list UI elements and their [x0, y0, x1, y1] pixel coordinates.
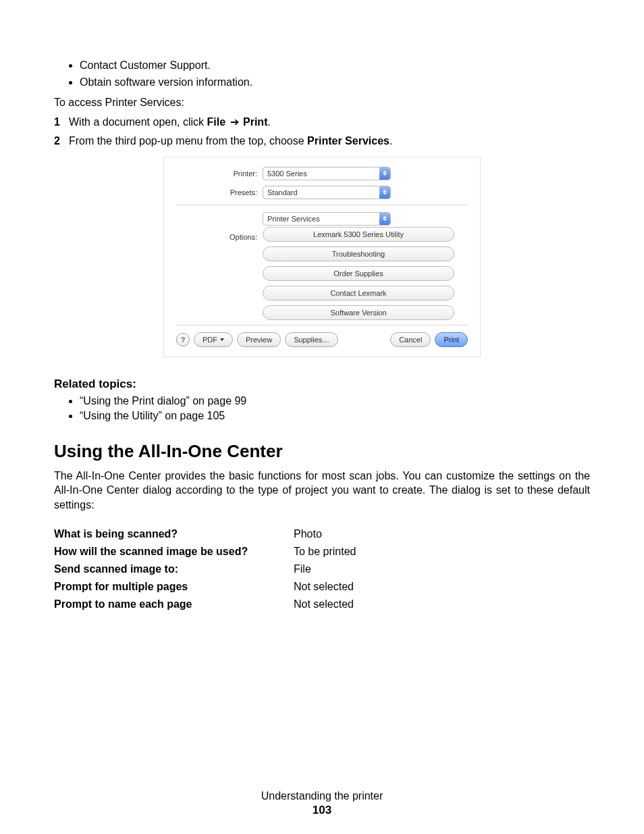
step-1-text: With a document open, click File ➔ Print… [69, 115, 271, 128]
menu-printer-services: Printer Services [307, 135, 390, 147]
pdf-label: PDF [203, 336, 217, 344]
arrow-icon: ➔ [230, 116, 239, 128]
intro-line: To access Printer Services: [54, 97, 590, 109]
option-order-supplies-button[interactable]: Order Supplies [263, 266, 454, 281]
option-troubleshooting-button[interactable]: Troubleshooting [263, 246, 454, 261]
step-1: 1 With a document open, click File ➔ Pri… [54, 115, 590, 128]
setting-value: To be printed [294, 543, 590, 561]
chevron-updown-icon [379, 167, 390, 180]
panel-select-value: Printer Services [267, 215, 320, 223]
related-link-utility[interactable]: “Using the Utility” on page 105 [80, 410, 590, 422]
option-contact-lexmark-button[interactable]: Contact Lexmark [263, 286, 454, 301]
footer-section-name: Understanding the printer [0, 790, 644, 802]
setting-label: Prompt for multiple pages [54, 578, 294, 596]
pdf-dropdown-button[interactable]: PDF [194, 332, 233, 347]
step-2: 2 From the third pop-up menu from the to… [54, 135, 590, 147]
text: From the third pop-up menu from the top,… [69, 135, 307, 147]
setting-value: Not selected [294, 578, 590, 596]
supplies-button[interactable]: Supplies… [285, 332, 338, 347]
text: . [267, 116, 270, 128]
table-row: Prompt for multiple pages Not selected [54, 578, 590, 596]
heading-all-in-one-center: Using the All-In-One Center [54, 441, 590, 462]
page-footer: Understanding the printer 103 [0, 790, 644, 817]
default-settings-table: What is being scanned? Photo How will th… [54, 525, 590, 613]
related-link-print-dialog[interactable]: “Using the Print dialog” on page 99 [80, 395, 590, 407]
cancel-button[interactable]: Cancel [390, 332, 431, 347]
presets-select-value: Standard [267, 188, 298, 197]
printer-label: Printer: [176, 170, 263, 178]
option-software-version-button[interactable]: Software Version [263, 305, 454, 320]
aio-paragraph: The All-In-One Center provides the basic… [54, 469, 590, 513]
list-item: Obtain software version information. [80, 74, 590, 91]
step-number-1: 1 [54, 116, 69, 128]
step-2-text: From the third pop-up menu from the top,… [69, 135, 392, 147]
preview-button[interactable]: Preview [237, 332, 281, 347]
list-item: Contact Customer Support. [80, 57, 590, 74]
setting-label: What is being scanned? [54, 525, 294, 543]
step-number-2: 2 [54, 135, 69, 147]
numbered-steps: 1 With a document open, click File ➔ Pri… [54, 115, 590, 147]
page-number: 103 [0, 804, 644, 817]
menu-file: File [207, 116, 226, 128]
top-bullet-list: Contact Customer Support. Obtain softwar… [54, 57, 590, 91]
text: . [390, 135, 392, 147]
setting-value: Photo [294, 525, 590, 543]
table-row: Send scanned image to: File [54, 561, 590, 578]
printer-row: Printer: 5300 Series [176, 167, 468, 180]
chevron-updown-icon [379, 186, 390, 199]
presets-select[interactable]: Standard [263, 186, 391, 199]
chevron-updown-icon [379, 213, 390, 225]
panel-row: Printer Services [176, 212, 468, 226]
help-button[interactable]: ? [176, 333, 190, 346]
option-utility-button[interactable]: Lexmark 5300 Series Utility [263, 227, 454, 242]
setting-label: Prompt to name each page [54, 596, 294, 613]
setting-label: Send scanned image to: [54, 561, 294, 578]
table-row: Prompt to name each page Not selected [54, 596, 590, 613]
printer-select-value: 5300 Series [267, 170, 307, 178]
print-dialog: Printer: 5300 Series Presets: Standard P… [163, 157, 481, 357]
page: Contact Customer Support. Obtain softwar… [0, 0, 644, 834]
divider [176, 205, 468, 205]
options-label: Options: [176, 231, 263, 241]
printer-select[interactable]: 5300 Series [263, 167, 391, 180]
setting-label: How will the scanned image be used? [54, 543, 294, 561]
table-row: What is being scanned? Photo [54, 525, 590, 543]
dialog-footer: ? PDF Preview Supplies… Cancel Print [176, 332, 468, 348]
divider [176, 325, 468, 325]
setting-value: File [294, 561, 590, 578]
related-topics-heading: Related topics: [54, 377, 590, 391]
text: With a document open, click [69, 116, 207, 128]
related-topics-list: “Using the Print dialog” on page 99 “Usi… [54, 395, 590, 422]
setting-value: Not selected [294, 596, 590, 613]
presets-label: Presets: [176, 188, 263, 197]
table-row: How will the scanned image be used? To b… [54, 543, 590, 561]
caret-down-icon [220, 338, 224, 341]
panel-select[interactable]: Printer Services [263, 212, 391, 226]
print-button[interactable]: Print [435, 332, 468, 347]
menu-print: Print [243, 116, 267, 128]
presets-row: Presets: Standard [176, 186, 468, 199]
